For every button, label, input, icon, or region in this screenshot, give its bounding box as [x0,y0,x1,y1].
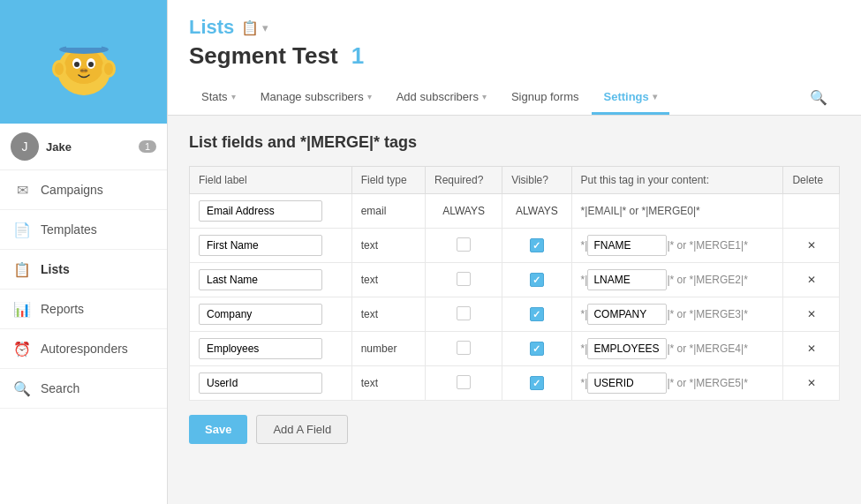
delete-cell [783,194,840,229]
required-checkbox[interactable] [457,272,471,286]
delete-button[interactable]: ✕ [783,332,840,366]
required-cell [426,332,502,366]
required-checkbox[interactable] [457,375,471,389]
merge-prefix: *| [581,377,588,389]
field-type-cell: text [351,297,425,332]
merge-tag-input[interactable] [587,235,667,256]
search-button[interactable]: 🔍 [797,80,840,115]
required-checkbox[interactable] [457,237,471,252]
table-row: email ALWAYS ALWAYS *|EMAIL|* or *|MERGE… [190,194,840,229]
svg-point-7 [80,70,84,72]
section-title: List fields and *|MERGE|* tags [189,133,840,152]
sidebar-item-search[interactable]: 🔍 Search [0,369,167,409]
merge-tag-input[interactable] [587,338,667,359]
top-header: Lists 📋 ▾ Segment Test 1 Stats ▾ Manage … [168,0,861,116]
tab-stats[interactable]: Stats ▾ [189,81,248,115]
user-badge: 1 [139,140,156,153]
sidebar-item-lists[interactable]: 📋 Lists [0,250,167,290]
visible-checkbox[interactable]: ✓ [530,273,544,287]
col-header-field-label: Field label [190,167,352,194]
required-cell [426,229,502,263]
field-type-cell: text [351,263,425,297]
delete-button[interactable]: ✕ [783,297,840,332]
table-row: text ✓ *||* or *|MERGE3|* ✕ [190,297,840,332]
field-label-cell [190,229,352,263]
tab-settings[interactable]: Settings ▾ [592,81,669,115]
merge-tag-cell: *||* or *|MERGE3|* [571,297,783,332]
merge-suffix: |* [667,308,674,320]
svg-rect-14 [66,31,102,50]
delete-button[interactable]: ✕ [783,229,840,263]
table-row: text ✓ *||* or *|MERGE2|* ✕ [190,263,840,297]
field-label-input[interactable] [199,372,322,394]
col-header-visible: Visible? [502,167,571,194]
sub-nav: Stats ▾ Manage subscribers ▾ Add subscri… [189,80,840,115]
svg-point-4 [74,62,79,67]
field-label-input[interactable] [199,304,322,325]
svg-point-5 [88,62,94,67]
merge-suffix: |* [667,342,674,355]
sidebar-item-reports[interactable]: 📊 Reports [0,290,167,329]
breadcrumb: Lists 📋 ▾ [189,16,840,39]
user-profile[interactable]: J Jake 1 [0,124,167,170]
sidebar-item-autoresponders[interactable]: ⏰ Autoresponders [0,329,167,369]
merge-suffix: |* [667,274,674,286]
table-row: number ✓ *||* or *|MERGE4|* ✕ [190,332,840,366]
merge-tag-input[interactable] [587,372,667,394]
sidebar-item-label: Campaigns [41,183,103,197]
page-title-row: Segment Test 1 [189,42,840,70]
svg-point-10 [55,63,64,75]
visible-checkbox[interactable]: ✓ [530,376,544,390]
required-cell [426,366,502,401]
merge-alt: or *|MERGE1|* [677,239,748,252]
svg-rect-15 [64,48,103,51]
visible-cell: ALWAYS [502,194,571,229]
list-icon: 📋 [241,19,259,36]
merge-tag-input[interactable] [587,304,667,325]
required-checkbox[interactable] [457,341,471,355]
visible-checkbox[interactable]: ✓ [530,307,544,321]
lists-icon: 📋 [12,260,32,279]
content-area: List fields and *|MERGE|* tags Field lab… [168,116,861,504]
sidebar: J Jake 1 ✉ Campaigns 📄 Templates 📋 Lists… [0,0,168,504]
merge-tag-text: *|EMAIL|* or *|MERGE0|* [581,205,700,217]
sidebar-item-label: Templates [41,222,97,237]
required-checkbox[interactable] [457,306,471,320]
tab-add-subscribers[interactable]: Add subscribers ▾ [384,81,499,115]
merge-suffix: |* [667,239,674,252]
breadcrumb-lists[interactable]: Lists [189,16,234,39]
visible-cell: ✓ [502,297,571,332]
sidebar-header [0,0,167,124]
col-header-delete: Delete [783,167,840,194]
action-buttons: Save Add A Field [189,415,840,444]
mailchimp-logo [40,18,128,106]
delete-button[interactable]: ✕ [783,366,840,401]
tab-manage-subscribers[interactable]: Manage subscribers ▾ [248,81,384,115]
merge-alt: or *|MERGE2|* [677,274,748,286]
merge-prefix: *| [581,239,588,252]
field-label-cell [190,332,352,366]
field-label-input[interactable] [199,269,322,290]
merge-tag-cell: *|EMAIL|* or *|MERGE0|* [571,194,783,229]
user-name: Jake [46,140,139,154]
visible-checkbox[interactable]: ✓ [530,238,544,252]
delete-button[interactable]: ✕ [783,263,840,297]
save-button[interactable]: Save [189,415,247,444]
sidebar-item-campaigns[interactable]: ✉ Campaigns [0,170,167,210]
visible-checkbox[interactable]: ✓ [530,342,544,356]
field-label-input[interactable] [199,235,322,256]
field-type-cell: text [351,229,425,263]
visible-cell: ✓ [502,366,571,401]
field-type-cell: text [351,366,425,401]
col-header-merge-tag: Put this tag in your content: [571,167,783,194]
add-field-button[interactable]: Add A Field [256,415,348,444]
field-label-cell [190,194,352,229]
field-label-input[interactable] [199,200,322,222]
tab-signup-forms[interactable]: Signup forms [499,81,592,115]
merge-tag-input[interactable] [587,269,667,290]
sidebar-item-label: Reports [41,302,84,316]
sidebar-nav: ✉ Campaigns 📄 Templates 📋 Lists 📊 Report… [0,170,167,409]
search-icon: 🔍 [12,379,32,398]
sidebar-item-templates[interactable]: 📄 Templates [0,210,167,250]
field-label-input[interactable] [199,338,322,359]
